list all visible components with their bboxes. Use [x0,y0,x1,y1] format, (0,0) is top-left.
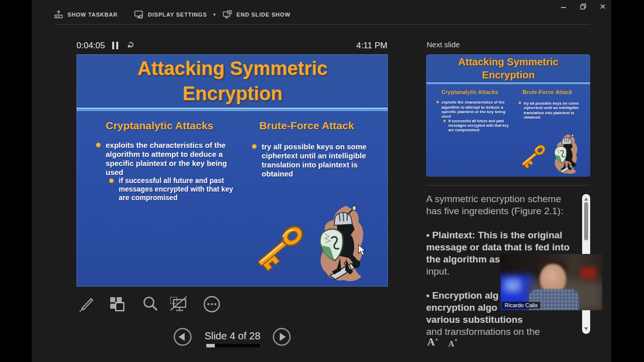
webcam-background-object [580,267,596,279]
restart-timer-button[interactable]: ↻ [126,41,136,48]
next-arrow-icon [272,327,291,346]
sub-bullet-item: if successful all future and past messag… [119,176,233,202]
increase-font-glyph: A [427,336,435,348]
restore-button[interactable] [578,3,589,11]
pen-icon [77,295,95,313]
bullet-dot-icon [96,143,101,147]
scrollbar-thumb[interactable] [584,202,588,240]
next-slide-label: Next slide [427,40,460,49]
mouse-cursor [358,244,366,256]
zoom-slide-button[interactable] [140,295,160,314]
minimize-button[interactable] [558,3,569,11]
black-screen-icon [169,295,189,313]
presenter-view-window: SHOW TASKBAR DISPLAY SETTINGS ▼ END SLID… [32,0,611,362]
bullet-text: if successful all future and past messag… [448,119,509,132]
progress-fill [206,344,215,347]
bullet-text: try all possible keys on some ciphertext… [524,101,579,119]
show-taskbar-button[interactable]: SHOW TASKBAR [54,10,118,19]
notes-line: various substitutions [426,314,592,326]
black-screen-button[interactable] [169,295,189,314]
end-slide-show-icon [223,10,232,19]
notes-line: A symmetric encryption scheme [426,193,592,205]
close-icon [600,4,606,10]
slideshow-progress-bar [206,344,260,347]
bullet-item: try all possible keys on some ciphertext… [524,101,588,120]
bullet-text: exploits the characteristics of the algo… [106,141,227,176]
knight-clipart [552,134,579,175]
more-options-button[interactable] [202,295,222,314]
bullet-item: exploits the characteristics of the algo… [442,100,509,119]
bullet-dot-icon [437,101,439,104]
bullet-dot-icon [519,102,521,104]
bullet-dot-icon [109,178,114,183]
bullet-dot-icon [252,144,257,149]
bullet-item: exploits the characteristics of the algo… [106,141,232,177]
decrease-caret-icon: ▼ [454,338,458,342]
bullet-text: exploits the characteristics of the algo… [442,100,506,119]
pause-timer-button[interactable] [112,42,119,49]
column-heading-cryptanalytic: Cryptanalytic Attacks [84,120,235,132]
bullet-text: try all possible keys on some ciphertext… [262,142,366,178]
close-button[interactable] [597,3,608,11]
dropdown-caret-icon: ▼ [212,13,216,17]
notes-line: has five ingredients (Figure 2.1): [426,205,592,217]
end-slide-show-label: END SLIDE SHOW [236,12,290,18]
slide-sorter-icon [108,295,126,313]
slide-divider [76,107,388,111]
current-slide-area[interactable]: Attacking Symmetric Encryption Cryptanal… [76,54,388,287]
webcam-video-overlay: Ricardo Calix [501,254,602,310]
column-heading-cryptanalytic: Cryptanalytic Attacks [430,89,510,96]
slide-counter: Slide 4 of 28 [193,330,272,342]
scroll-up-icon[interactable] [584,198,588,201]
sub-bullet-item: if successful all future and past messag… [448,119,509,132]
slide-title: Attacking Symmetric Encryption [112,55,353,107]
bullet-dot-icon [443,120,446,122]
pen-tool-button[interactable] [76,295,96,314]
current-time: 4:11 PM [337,41,387,51]
minimize-icon [560,4,567,10]
previous-arrow-icon [173,327,192,346]
increase-caret-icon: ▲ [435,337,438,341]
notes-font-controls: A▲ A▼ [427,336,458,348]
display-settings-icon [134,10,143,19]
notes-line: • Plaintext: This is the original [426,229,592,241]
ellipsis-icon [203,295,221,313]
taskbar-icon [54,10,63,19]
magnifier-icon [141,295,159,313]
bullet-text: if successful all future and past messag… [119,176,233,202]
bullet-item: try all possible keys on some ciphertext… [262,142,383,178]
webcam-background-glow [505,279,521,292]
next-slide-thumbnail[interactable]: Attacking Symmetric Encryption Cryptanal… [426,54,590,177]
end-slide-show-button[interactable]: END SLIDE SHOW [223,10,290,19]
gold-key-clipart [518,142,548,170]
decrease-font-glyph: A [448,339,454,348]
toolbar-separator [54,24,590,25]
notes-separator [426,185,590,186]
notes-line: message or data that is fed into [426,241,592,253]
slide-divider [426,82,590,84]
scroll-down-icon[interactable] [584,327,588,330]
presentation-slide[interactable]: Attacking Symmetric Encryption Cryptanal… [426,54,590,176]
increase-font-button[interactable]: A▲ [427,336,438,348]
display-settings-button[interactable]: DISPLAY SETTINGS ▼ [134,10,216,19]
presentation-slide[interactable]: Attacking Symmetric Encryption Cryptanal… [76,54,388,287]
column-heading-bruteforce: Brute-Force Attack [511,89,584,96]
display-settings-label: DISPLAY SETTINGS [148,12,207,18]
gold-key-clipart [252,220,308,275]
previous-slide-button[interactable] [173,327,192,346]
slide-title: Attacking Symmetric Encryption [445,55,572,82]
decrease-font-button[interactable]: A▼ [448,339,458,348]
webcam-name-label: Ricardo Calix [502,302,540,309]
see-all-slides-button[interactable] [107,295,127,314]
restore-icon [580,4,586,10]
show-taskbar-label: SHOW TASKBAR [67,12,118,18]
elapsed-timer: 0:04:05 [76,41,105,51]
column-heading-bruteforce: Brute-Force Attack [237,120,376,132]
next-slide-button[interactable] [272,327,291,346]
